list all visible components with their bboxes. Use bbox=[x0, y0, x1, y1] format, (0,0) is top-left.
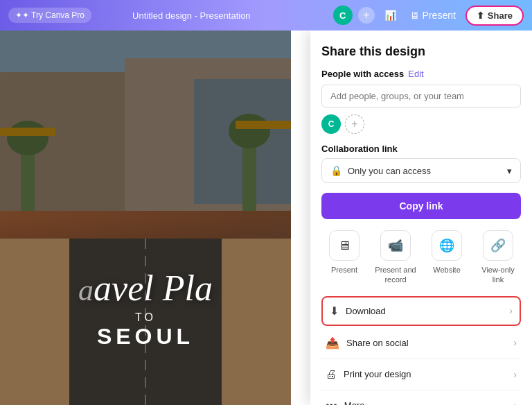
add-collaborator-button[interactable]: + bbox=[358, 7, 375, 24]
share-social-menu-item[interactable]: 📤 Share on social › bbox=[321, 329, 521, 357]
download-label: Download bbox=[346, 306, 386, 316]
collab-label: Collaboration link bbox=[321, 144, 521, 154]
script-overlay-text: aavel Pla bbox=[78, 268, 213, 309]
add-user-button[interactable]: + bbox=[345, 114, 364, 134]
topbar-right-actions: C + 📊 🖥 Present ⬆ Share bbox=[333, 6, 524, 26]
canva-pro-icon: ✦ bbox=[15, 10, 22, 20]
analytics-icon: 📊 bbox=[384, 10, 396, 21]
share-option-view-only[interactable]: 🔗 View-only link bbox=[475, 230, 521, 285]
canvas-area: aavel Pla TO SEOUL Share this design Peo… bbox=[0, 31, 532, 405]
print-icon: 🖨 bbox=[326, 368, 337, 381]
more-left: ••• More bbox=[326, 399, 364, 405]
print-label: Print your design bbox=[344, 369, 411, 379]
collab-dropdown-text: Only you can access bbox=[348, 166, 431, 176]
website-label: Website bbox=[433, 265, 461, 275]
download-menu-item[interactable]: ⬇ Download › bbox=[321, 296, 521, 326]
document-title: Untitled design - Presentation bbox=[57, 10, 326, 21]
share-social-chevron-icon: › bbox=[513, 337, 517, 348]
present-record-icon: 📹 bbox=[380, 230, 411, 261]
share-option-present-record[interactable]: 📹 Present and record bbox=[373, 230, 418, 285]
present-option-icon: 🖥 bbox=[329, 230, 360, 261]
website-icon: 🌐 bbox=[432, 230, 462, 261]
share-icon: ⬆ bbox=[477, 10, 484, 21]
avatar[interactable]: C bbox=[333, 6, 353, 25]
download-item-left: ⬇ Download bbox=[330, 304, 386, 318]
more-label: More bbox=[344, 400, 365, 405]
divider-2 bbox=[321, 390, 521, 390]
copy-link-button[interactable]: Copy link bbox=[321, 193, 521, 219]
more-icon: ••• bbox=[326, 399, 337, 405]
share-social-icon: 📤 bbox=[326, 336, 339, 350]
collab-dropdown-left: 🔒 Only you can access bbox=[330, 165, 431, 176]
share-option-present[interactable]: 🖥 Present bbox=[321, 230, 367, 285]
present-option-label: Present bbox=[331, 265, 357, 275]
share-options-grid: 🖥 Present 📹 Present and record 🌐 Website… bbox=[321, 230, 521, 285]
canvas-text-overlay: aavel Pla TO SEOUL bbox=[78, 268, 213, 350]
more-menu-item[interactable]: ••• More › bbox=[321, 392, 521, 405]
share-social-label: Share on social bbox=[346, 338, 409, 348]
canvas-background[interactable]: aavel Pla TO SEOUL bbox=[0, 31, 291, 405]
collab-dropdown[interactable]: 🔒 Only you can access ▾ bbox=[321, 158, 521, 183]
edit-link[interactable]: Edit bbox=[408, 69, 423, 79]
download-icon: ⬇ bbox=[330, 304, 339, 318]
share-option-website[interactable]: 🌐 Website bbox=[424, 230, 470, 285]
lock-icon: 🔒 bbox=[330, 165, 342, 176]
collab-section: Collaboration link 🔒 Only you can access… bbox=[321, 144, 521, 183]
topbar: ✦ ✦ Try Canva Pro Untitled design - Pres… bbox=[0, 0, 532, 31]
user-avatar: C bbox=[321, 114, 341, 134]
print-left: 🖨 Print your design bbox=[326, 368, 411, 381]
share-button[interactable]: ⬆ Share bbox=[466, 6, 524, 26]
share-panel: Share this design People with access Edi… bbox=[310, 31, 532, 405]
seoul-text: SEOUL bbox=[78, 324, 213, 350]
view-only-icon: 🔗 bbox=[483, 230, 513, 261]
print-chevron-icon: › bbox=[513, 369, 517, 380]
menu-items: ⬇ Download › 📤 Share on social › 🖨 Print… bbox=[321, 296, 521, 405]
people-access-label: People with access bbox=[321, 69, 404, 79]
analytics-button[interactable]: 📊 bbox=[380, 7, 400, 24]
present-button[interactable]: 🖥 Present bbox=[406, 7, 460, 24]
divider-1 bbox=[321, 359, 521, 359]
avatar-row: C + bbox=[321, 114, 521, 134]
view-only-label: View-only link bbox=[475, 265, 521, 285]
more-chevron-icon: › bbox=[513, 400, 517, 405]
add-people-input[interactable] bbox=[321, 85, 521, 107]
print-menu-item[interactable]: 🖨 Print your design › bbox=[321, 361, 521, 388]
present-icon: 🖥 bbox=[410, 10, 420, 21]
share-social-left: 📤 Share on social bbox=[326, 336, 409, 350]
panel-title: Share this design bbox=[321, 44, 521, 59]
to-text: TO bbox=[78, 311, 213, 324]
chevron-down-icon: ▾ bbox=[507, 166, 512, 176]
people-access-row: People with access Edit bbox=[321, 69, 521, 79]
present-record-label: Present and record bbox=[373, 265, 418, 285]
download-chevron-icon: › bbox=[509, 305, 513, 316]
